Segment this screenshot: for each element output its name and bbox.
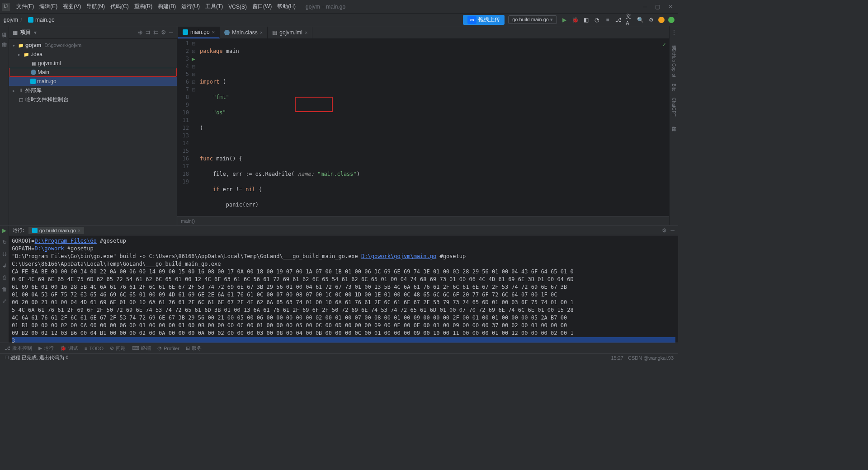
run-icon[interactable]: ▶ (561, 16, 568, 24)
menu-build[interactable]: 构建(B) (155, 1, 179, 12)
left-sidebar: 项目 结构 (0, 26, 9, 225)
soft-wrap-icon[interactable]: ↲ (2, 263, 7, 269)
stop-icon[interactable]: ■ (604, 16, 611, 24)
print-icon[interactable]: ⎙ (3, 274, 6, 281)
menu-window[interactable]: 窗口(W) (250, 1, 274, 12)
avatar2-icon[interactable] (668, 17, 675, 23)
tool-bito[interactable]: Bito (671, 84, 676, 91)
tool-todo[interactable]: ≡ TODO (85, 346, 104, 351)
breadcrumb-project[interactable]: gojvm 〉 (4, 16, 25, 24)
close-tab-icon[interactable]: × (260, 30, 263, 35)
menu-help[interactable]: 帮助(H) (274, 1, 298, 12)
tree-iml[interactable]: ▦gojvm.iml (9, 59, 177, 68)
debug-icon[interactable]: 🐞 (571, 16, 579, 24)
expand-icon[interactable]: ⤢ (2, 298, 7, 304)
run-tab[interactable]: go build main.go × (28, 227, 84, 234)
iml-icon: ▦ (272, 29, 277, 36)
tool-services[interactable]: ⊞ 服务 (186, 345, 202, 352)
menu-vcs[interactable]: VCS(S) (226, 2, 250, 12)
close-icon[interactable]: ✕ (668, 4, 673, 10)
tool-terminal[interactable]: ⌨ 终端 (132, 345, 151, 352)
fold-gutter[interactable]: ⊟⊡ ▶⊟⊟⊡⊡ (192, 39, 198, 216)
status-bar: ☐ 进程 已完成, 退出代码为 0 15:27 CSDN @wangkai.93 (0, 353, 678, 362)
expand-icon[interactable]: ⇉ (146, 29, 151, 36)
go-icon (30, 79, 36, 84)
menu-refactor[interactable]: 重构(R) (132, 1, 156, 12)
menu-file[interactable]: 文件(F) (14, 1, 37, 12)
upload-button[interactable]: ∞ 拖拽上传 (463, 15, 505, 25)
translate-icon[interactable]: 文A (626, 16, 633, 24)
rerun-icon[interactable]: ▶ (2, 227, 6, 234)
tool-vcs[interactable]: ⎇ 版本控制 (5, 345, 32, 352)
target-icon[interactable]: ⊕ (138, 29, 143, 36)
tree-external-libs[interactable]: ▸⫴外部库 (9, 86, 177, 95)
editor-area: main.go× Main.class× ▦ gojvm.iml× ✓ 123 … (177, 26, 669, 225)
menu-run[interactable]: 运行(U) (179, 1, 203, 12)
menu-navigate[interactable]: 导航(N) (84, 1, 108, 12)
stop-icon[interactable]: ↻ (2, 239, 7, 245)
project-panel: ▦ 项目 ▾ ⊕ ⇉ ⇇ ⚙ ─ ▾📁 gojvm D:\gowork\gojv… (9, 26, 177, 225)
coverage-icon[interactable]: ◧ (582, 16, 590, 24)
tool-chatgpt[interactable]: ChatGPT (671, 98, 676, 117)
window-controls: ─ ▢ ✕ (643, 4, 676, 10)
gear-icon[interactable]: ⚙ (161, 29, 166, 36)
tree-main-go[interactable]: main.go (9, 77, 177, 86)
run-panel: ▶ ↻ ⇊ ↲ ⎙ 🗑 ⤢ 运行: go build main.go × ⚙ ─… (0, 225, 678, 343)
main-area: 项目 结构 ▦ 项目 ▾ ⊕ ⇉ ⇇ ⚙ ─ ▾📁 gojvm D:\gowor… (0, 26, 678, 225)
branch-icon[interactable]: ⎇ (615, 16, 622, 24)
down-icon[interactable]: ⇊ (2, 251, 7, 257)
project-tree: ▾📁 gojvm D:\gowork\gojvm ▸📁.idea ▦gojvm.… (9, 39, 177, 106)
tree-idea[interactable]: ▸📁.idea (9, 50, 177, 59)
more-icon[interactable]: ⋮ (671, 29, 677, 35)
close-tab-icon[interactable]: × (212, 29, 215, 35)
settings-icon[interactable]: ⚙ (647, 16, 655, 24)
menu-code[interactable]: 代码(C) (108, 1, 132, 12)
editor-breadcrumb[interactable]: main() (177, 216, 669, 225)
app-logo: IJ (2, 3, 10, 11)
editor-body[interactable]: ✓ 123 456 789 101112 131415 161718 19 ⊟⊡… (177, 39, 669, 216)
tab-main-go[interactable]: main.go× (178, 27, 220, 38)
tool-run[interactable]: ▶ 运行 (38, 345, 54, 352)
tool-profiler[interactable]: ◔ Profiler (157, 345, 179, 351)
go-icon (183, 29, 188, 35)
run-output[interactable]: GOROOT=D:\Program Files\Go #gosetup GOPA… (9, 235, 678, 343)
profile-icon[interactable]: ◔ (593, 16, 600, 24)
menubar: IJ 文件(F) 编辑(E) 视图(V) 导航(N) 代码(C) 重构(R) 构… (0, 0, 678, 14)
tree-main-class[interactable]: Main (9, 68, 177, 77)
bottom-toolbar: ⎇ 版本控制 ▶ 运行 🐞 调试 ≡ TODO ⊘ 问题 ⌨ 终端 ◔ Prof… (0, 343, 678, 353)
tree-root[interactable]: ▾📁 gojvm D:\gowork\gojvm (9, 41, 177, 50)
window-title: gojvm – main.go (298, 4, 643, 10)
menu-tools[interactable]: 工具(T) (203, 1, 226, 12)
menu-view[interactable]: 视图(V) (60, 1, 84, 12)
tab-gojvm-iml[interactable]: ▦ gojvm.iml× (268, 27, 312, 38)
tool-copilot[interactable]: GitHub Copilot (671, 48, 676, 77)
run-hide-icon[interactable]: ─ (670, 227, 675, 234)
tool-problems[interactable]: ⊘ 问题 (110, 345, 126, 352)
java-icon (31, 70, 36, 75)
search-icon[interactable]: 🔍 (637, 16, 644, 24)
run-config-selector[interactable]: go build main.go ▾ (508, 15, 557, 24)
tab-main-class[interactable]: Main.class× (220, 27, 268, 38)
java-icon (224, 30, 230, 35)
status-run-message: ☐ 进程 已完成, 退出代码为 0 (5, 354, 68, 361)
breadcrumb-file[interactable]: main.go (28, 17, 55, 23)
right-sidebar: ⋮ 通知 GitHub Copilot Bito ChatGPT 数据库 (669, 26, 678, 225)
status-time: 15:27 (611, 355, 623, 361)
editor-tabs: main.go× Main.class× ▦ gojvm.iml× (177, 26, 669, 39)
tool-debug[interactable]: 🐞 调试 (60, 345, 78, 352)
minimize-icon[interactable]: ─ (643, 4, 647, 10)
cloud-icon: ∞ (467, 16, 476, 24)
project-title: 项目 (20, 28, 31, 36)
tree-scratches[interactable]: ◫临时文件和控制台 (9, 95, 177, 104)
trash-icon[interactable]: 🗑 (2, 286, 7, 292)
close-tab-icon[interactable]: × (305, 30, 307, 35)
hide-icon[interactable]: ─ (169, 29, 173, 36)
menu-edit[interactable]: 编辑(E) (37, 1, 60, 12)
code-content[interactable]: package main import ( "fmt" "os" ) func … (198, 39, 669, 216)
folder-icon: ▦ (13, 29, 18, 36)
go-icon (28, 17, 33, 23)
collapse-icon[interactable]: ⇇ (153, 29, 158, 36)
maximize-icon[interactable]: ▢ (655, 4, 660, 10)
avatar-icon[interactable] (658, 17, 665, 23)
run-settings-icon[interactable]: ⚙ (662, 227, 667, 234)
